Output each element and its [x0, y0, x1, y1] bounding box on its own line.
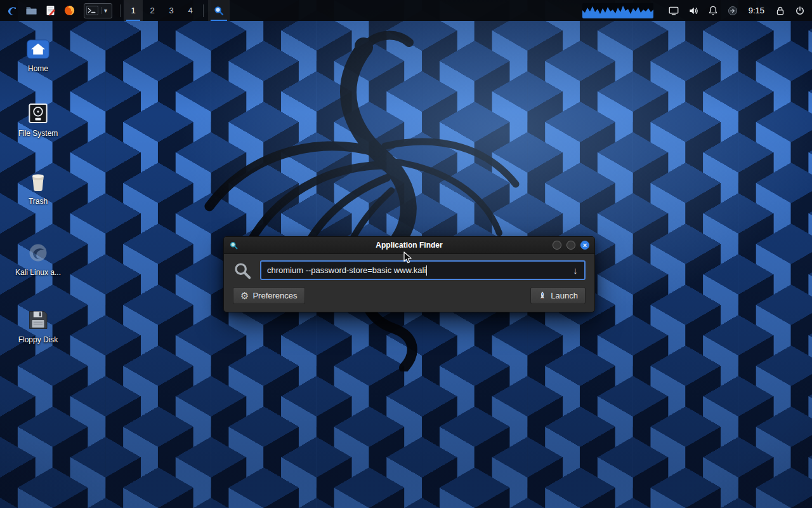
workspace-2[interactable]: 2 — [143, 0, 162, 21]
desktop: ▾ 1 2 3 4 9:15 — [0, 0, 812, 508]
minimize-button[interactable] — [553, 241, 561, 250]
speaker-icon — [688, 5, 699, 17]
desktop-icon-trash[interactable]: Trash — [8, 169, 69, 206]
clock[interactable]: 9:15 — [745, 6, 768, 15]
window-title: Application Finder — [224, 241, 594, 250]
launch-button[interactable]: Launch — [530, 287, 586, 304]
top-panel: ▾ 1 2 3 4 9:15 — [0, 0, 812, 21]
desktop-icon-floppy[interactable]: Floppy Disk — [8, 309, 69, 345]
history-dropdown-button[interactable]: ↓ — [568, 263, 583, 277]
gear-icon: ⚙ — [240, 291, 249, 300]
home-icon — [25, 38, 51, 60]
workspace-3[interactable]: 3 — [162, 0, 181, 21]
dialog-body: chromium --password-store=basic www.kali… — [224, 254, 594, 312]
text-editor-icon — [44, 4, 56, 17]
taskbar-application-finder[interactable] — [208, 0, 230, 21]
preferences-button[interactable]: ⚙ Preferences — [233, 287, 305, 304]
panel-separator — [203, 4, 204, 17]
panel-separator — [120, 4, 121, 17]
lock-screen-button[interactable] — [773, 3, 787, 19]
application-finder-window: Application Finder × chromium --password… — [223, 236, 595, 312]
terminal-icon — [86, 6, 98, 15]
desktop-icon-label: Trash — [27, 196, 49, 206]
terminal-launcher-dropdown[interactable]: ▾ — [84, 3, 112, 18]
desktop-icon-label: File System — [16, 128, 60, 138]
launch-icon — [538, 291, 547, 300]
folder-icon — [25, 4, 37, 17]
desktop-icon-kali-docs[interactable]: Kali Linux a... — [8, 241, 69, 277]
desktop-icon-home[interactable]: Home — [8, 38, 69, 74]
network-tray[interactable] — [726, 3, 740, 19]
search-icon — [233, 261, 252, 280]
desktop-icon-label: Home — [26, 64, 50, 74]
power-icon — [794, 5, 806, 17]
launch-label: Launch — [551, 291, 578, 300]
desktop-icon-label: Kali Linux a... — [13, 267, 63, 277]
trash-icon — [25, 169, 51, 193]
display-icon — [668, 5, 679, 17]
text-editor-launcher[interactable] — [41, 0, 60, 21]
search-icon — [213, 5, 225, 17]
panel-right: 9:15 — [582, 0, 812, 21]
floppy-icon — [25, 309, 51, 331]
window-controls: × — [553, 241, 589, 250]
command-input[interactable]: chromium --password-store=basic www.kali… — [260, 260, 586, 280]
command-text: chromium --password-store=basic www.kali — [267, 265, 426, 275]
volume-tray[interactable] — [686, 3, 700, 19]
close-button[interactable]: × — [580, 241, 589, 250]
workspace-4[interactable]: 4 — [181, 0, 200, 21]
display-settings-tray[interactable] — [667, 3, 681, 19]
bell-icon — [707, 5, 719, 17]
firefox-launcher[interactable] — [60, 0, 79, 21]
panel-left: ▾ 1 2 3 4 — [0, 0, 230, 21]
logout-button[interactable] — [793, 3, 807, 19]
notifications-tray[interactable] — [706, 3, 720, 19]
filesystem-icon — [25, 102, 51, 125]
workspace-1[interactable]: 1 — [124, 0, 143, 21]
system-load-graph[interactable] — [582, 3, 653, 18]
kali-docs-icon — [25, 241, 51, 264]
desktop-icon-label: Floppy Disk — [16, 335, 60, 345]
maximize-button[interactable] — [566, 241, 575, 250]
kali-menu-button[interactable] — [3, 0, 22, 21]
text-caret — [426, 265, 427, 276]
application-finder-icon — [229, 241, 239, 250]
lock-icon — [775, 5, 786, 17]
preferences-label: Preferences — [252, 291, 297, 300]
kali-logo-icon — [6, 4, 18, 17]
firefox-icon — [63, 4, 75, 17]
desktop-icon-filesystem[interactable]: File System — [8, 102, 69, 138]
network-icon — [727, 5, 738, 17]
chevron-down-icon[interactable]: ▾ — [101, 7, 110, 14]
titlebar[interactable]: Application Finder × — [224, 237, 594, 254]
file-manager-launcher[interactable] — [22, 0, 41, 21]
